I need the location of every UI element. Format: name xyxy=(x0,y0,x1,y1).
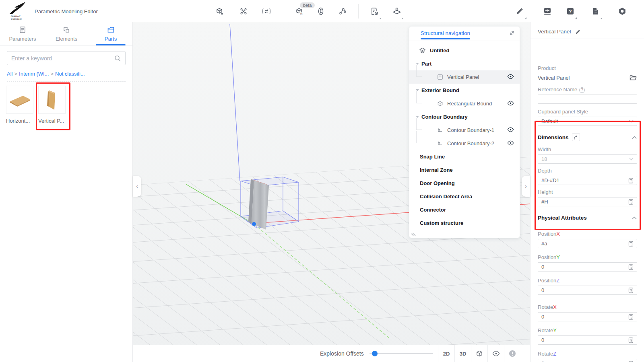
breadcrumb-all[interactable]: All xyxy=(7,71,12,77)
calculator-icon[interactable] xyxy=(628,288,634,293)
axes-cross-icon[interactable] xyxy=(238,6,249,17)
tree-group-contour-boundary[interactable]: Contour Boundary xyxy=(409,110,520,123)
mode-2d-button[interactable]: 2D xyxy=(438,345,454,362)
rename-pencil-icon[interactable] xyxy=(575,29,581,35)
tree-group-door-opening[interactable]: Door Opening xyxy=(409,177,520,190)
chevron-right-icon: › xyxy=(525,183,527,189)
tab-label: Parts xyxy=(91,36,131,42)
position-x-input[interactable]: #a xyxy=(538,239,637,248)
tree-group-collision-detect-area[interactable]: Collision Detect Area xyxy=(409,190,520,203)
position-y-input[interactable]: 0 xyxy=(538,262,637,272)
eye-icon[interactable] xyxy=(507,74,514,79)
swap-parameters-icon[interactable] xyxy=(261,6,272,17)
panel-resize-handle[interactable] xyxy=(411,231,416,236)
eye-icon[interactable] xyxy=(507,140,514,146)
tree-item-rectangular-bound[interactable]: Rectangular Bound xyxy=(409,97,520,110)
sidebar-tabs: Parameters Elements Parts xyxy=(0,22,132,46)
tree-group-snap-line[interactable]: Snap Line xyxy=(409,150,520,163)
app-title: Parametric Modeling Editor xyxy=(35,8,98,14)
document-icon[interactable] xyxy=(590,6,601,17)
calculator-icon[interactable] xyxy=(628,337,634,343)
brand-line1: SeaGull xyxy=(10,14,21,17)
calculator-icon[interactable] xyxy=(628,178,634,183)
collapse-left-panel-button[interactable]: ‹ xyxy=(133,176,141,197)
share-nodes-icon[interactable] xyxy=(337,6,348,17)
origin-point[interactable] xyxy=(252,222,256,226)
open-folder-icon[interactable] xyxy=(630,74,637,81)
tree-group-part[interactable]: Part xyxy=(409,57,520,70)
calculator-icon[interactable] xyxy=(628,264,634,270)
part-thumbnail-horizontal-panel xyxy=(6,86,33,114)
settings-nut-icon[interactable] xyxy=(617,6,628,17)
collapse-right-panel-button[interactable]: › xyxy=(522,176,530,197)
eye-icon[interactable] xyxy=(507,127,514,132)
breadcrumb-notclassified[interactable]: Not classifi... xyxy=(55,71,85,77)
part-card-horizontal[interactable]: Horizont... xyxy=(6,86,33,124)
left-sidebar: Parameters Elements Parts All>In xyxy=(0,22,133,362)
tree-item-vertical-panel[interactable]: Vertical Panel xyxy=(409,70,520,84)
sync-vertical-icon[interactable] xyxy=(315,6,326,17)
part-card-vertical[interactable]: Vertical P... xyxy=(38,86,66,124)
vertical-panel-solid[interactable] xyxy=(248,179,269,230)
expand-panel-icon[interactable] xyxy=(509,30,515,37)
structural-nav-tab[interactable]: Structural navigation xyxy=(421,30,470,36)
cupboard-style-value: Default xyxy=(541,118,629,124)
position-z-input[interactable]: 0 xyxy=(538,286,637,295)
warning-button[interactable] xyxy=(504,345,520,362)
monitor-activity-icon[interactable] xyxy=(542,6,553,17)
tree-item-label: Vertical Panel xyxy=(447,74,479,80)
position-z-value: 0 xyxy=(541,287,628,293)
width-select[interactable]: 18 xyxy=(538,154,637,164)
calculator-icon[interactable] xyxy=(628,361,634,362)
visibility-button[interactable] xyxy=(487,345,504,362)
tree-item-label: Contour Boundary-1 xyxy=(447,127,494,133)
cupboard-style-select[interactable]: Default xyxy=(538,117,637,126)
tree-group-internal-zone[interactable]: Internal Zone xyxy=(409,163,520,177)
depth-input[interactable]: #D-#D1 xyxy=(538,176,637,185)
help-icon[interactable]: ? xyxy=(565,6,576,17)
breadcrumb-interim[interactable]: Interim (WI... xyxy=(19,71,49,77)
calculator-icon[interactable] xyxy=(628,199,634,205)
eye-icon[interactable] xyxy=(507,101,514,106)
calculator-icon[interactable] xyxy=(628,314,634,320)
tab-parameters[interactable]: Parameters xyxy=(2,25,43,42)
height-input[interactable]: #H xyxy=(538,197,637,206)
slider-knob[interactable] xyxy=(372,351,378,356)
tree-root-untitled[interactable]: Untitled xyxy=(409,43,520,57)
dropdown-corner-icon xyxy=(575,17,577,19)
explosion-offsets-slider[interactable] xyxy=(369,351,433,356)
tree-item-contour-boundary-1[interactable]: Contour Boundary-1 xyxy=(409,123,520,137)
tree-item-contour-boundary-2[interactable]: Contour Boundary-2 xyxy=(409,137,520,150)
slider-track[interactable] xyxy=(369,353,433,354)
isometric-cube-button[interactable] xyxy=(471,345,487,362)
tree-elbow-connector xyxy=(416,91,422,103)
jump-to-icon[interactable] xyxy=(572,133,580,141)
breadcrumb-separator: > xyxy=(50,71,54,77)
edit-pencil-icon[interactable] xyxy=(514,6,525,17)
rotate-y-input[interactable]: 0 xyxy=(538,335,637,345)
reference-name-text: Reference Name xyxy=(538,86,577,93)
publish-layers-icon[interactable] xyxy=(391,6,402,17)
tab-label: Parameters xyxy=(2,36,43,42)
tree-group-custom-structure[interactable]: Custom structure xyxy=(409,216,520,230)
collapse-section-icon[interactable] xyxy=(632,134,637,140)
structure-tree: Untitled Part Vertical Panel Exterior Bo… xyxy=(409,41,520,230)
tab-parts[interactable]: Parts xyxy=(91,25,131,42)
calculator-icon[interactable] xyxy=(628,241,634,247)
mode-3d-button[interactable]: 3D xyxy=(454,345,471,362)
tab-elements[interactable]: Elements xyxy=(46,25,87,42)
rotate-x-input[interactable]: 0 xyxy=(538,312,637,321)
tree-group-connector[interactable]: Connector xyxy=(409,203,520,216)
document-settings-icon[interactable] xyxy=(369,6,380,17)
help-circle-icon[interactable]: ? xyxy=(579,87,585,93)
component-library-icon[interactable] xyxy=(214,6,225,17)
search-box[interactable] xyxy=(7,51,126,65)
reference-name-input[interactable] xyxy=(538,95,637,104)
physical-attributes-header: Physical Attributes xyxy=(538,215,637,221)
collapse-section-icon[interactable] xyxy=(632,215,637,221)
tree-group-exterior-bound[interactable]: Exterior Bound xyxy=(409,84,520,97)
svg-text:?: ? xyxy=(569,9,572,14)
rotate-z-input[interactable]: 0 xyxy=(538,359,637,362)
search-input[interactable] xyxy=(11,55,114,62)
tree-item-label: Rectangular Bound xyxy=(447,101,492,107)
